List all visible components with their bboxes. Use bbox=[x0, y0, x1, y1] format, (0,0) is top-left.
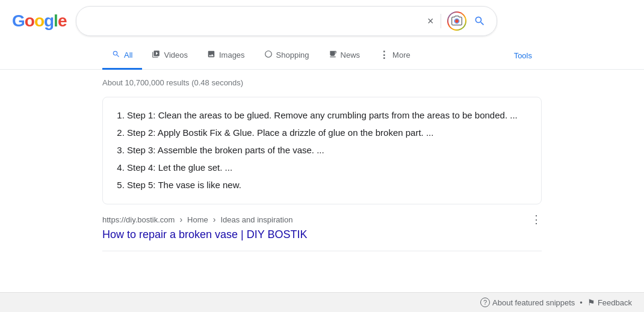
snippet-step-1: Step 1: Clean the areas to be glued. Rem… bbox=[127, 107, 529, 123]
results-area: About 10,700,000 results (0.48 seconds) … bbox=[0, 70, 644, 263]
breadcrumb-ideas: Ideas and inspiration bbox=[220, 215, 293, 224]
search-icon bbox=[474, 15, 486, 27]
camera-icon bbox=[451, 15, 463, 27]
breadcrumb-sep-2: › bbox=[213, 215, 216, 224]
nav-more-label: More bbox=[392, 50, 410, 60]
nav-all-label: All bbox=[124, 50, 132, 60]
nav-item-more[interactable]: ⋮ More bbox=[370, 42, 420, 70]
search-bar: how to fix a broken vase × bbox=[76, 6, 497, 36]
nav-item-all[interactable]: All bbox=[102, 43, 142, 70]
divider-line bbox=[441, 14, 441, 28]
more-icon: ⋮ bbox=[379, 49, 389, 61]
breadcrumb-sep-1: › bbox=[179, 215, 182, 224]
clear-button[interactable]: × bbox=[426, 14, 435, 29]
search-bar-icons: × bbox=[426, 11, 488, 31]
nav-item-images[interactable]: Images bbox=[197, 43, 255, 69]
shopping-icon bbox=[264, 50, 273, 60]
featured-snippet: Step 1: Clean the areas to be glued. Rem… bbox=[102, 97, 542, 204]
nav-images-label: Images bbox=[219, 50, 245, 60]
source-row: https://diy.bostik.com › Home › Ideas an… bbox=[102, 213, 542, 226]
nav-news-label: News bbox=[341, 50, 361, 60]
search-submit-button[interactable] bbox=[472, 14, 487, 28]
results-count: About 10,700,000 results (0.48 seconds) bbox=[102, 78, 542, 87]
videos-icon bbox=[152, 50, 160, 60]
images-icon bbox=[207, 50, 215, 60]
breadcrumb-home: Home bbox=[187, 215, 208, 224]
snippet-step-2: Step 2: Apply Bostik Fix & Glue. Place a… bbox=[127, 124, 529, 141]
nav-bar: All Videos Images Shopping News ⋮ More T… bbox=[0, 42, 644, 70]
source-url: https://diy.bostik.com bbox=[102, 215, 175, 224]
snippet-step-3: Step 3: Assemble the broken parts of the… bbox=[127, 142, 529, 158]
snippet-step-4: Step 4: Let the glue set. ... bbox=[127, 159, 529, 176]
search-input[interactable]: how to fix a broken vase bbox=[86, 16, 421, 26]
result-divider bbox=[102, 251, 542, 251]
all-icon bbox=[112, 50, 120, 61]
snippet-steps-list: Step 1: Clean the areas to be glued. Rem… bbox=[115, 107, 529, 193]
news-icon bbox=[329, 50, 337, 60]
nav-item-news[interactable]: News bbox=[319, 43, 370, 69]
nav-videos-label: Videos bbox=[164, 50, 188, 60]
nav-shopping-label: Shopping bbox=[276, 50, 309, 60]
result-options-button[interactable]: ⋮ bbox=[531, 213, 542, 226]
snippet-step-5: Step 5: The vase is like new. bbox=[127, 177, 529, 193]
nav-item-shopping[interactable]: Shopping bbox=[255, 43, 319, 69]
header: Google how to fix a broken vase × bbox=[0, 0, 644, 42]
nav-tools[interactable]: Tools bbox=[504, 44, 542, 67]
camera-search-button[interactable] bbox=[447, 11, 466, 31]
result-link[interactable]: How to repair a broken vase | DIY BOSTIK bbox=[102, 228, 308, 241]
google-logo: Google bbox=[12, 11, 66, 31]
nav-item-videos[interactable]: Videos bbox=[142, 43, 197, 69]
